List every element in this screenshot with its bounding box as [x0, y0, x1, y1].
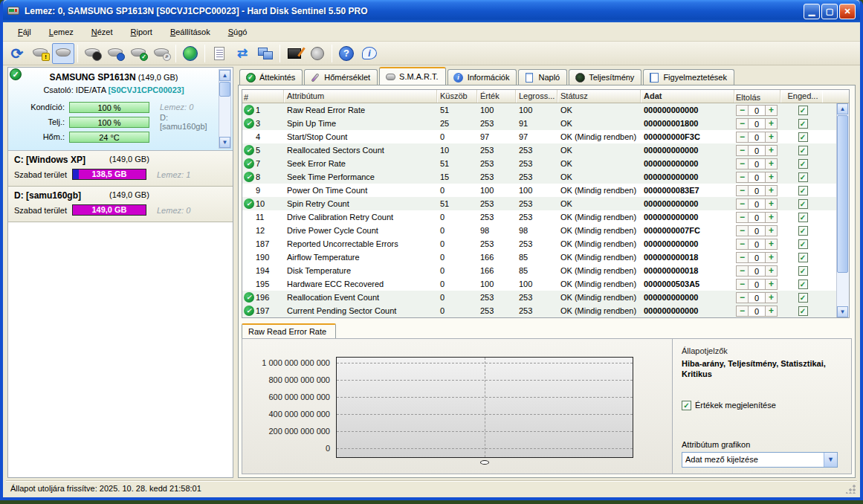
- offset-plus-button[interactable]: +: [765, 279, 778, 290]
- enabled-checkbox[interactable]: [798, 226, 808, 236]
- offset-minus-button[interactable]: −: [736, 306, 749, 317]
- menu-view[interactable]: Nézet: [84, 25, 120, 39]
- tab-smart[interactable]: S.M.A.R.T.: [379, 67, 446, 85]
- offset-plus-button[interactable]: +: [765, 158, 778, 169]
- table-row[interactable]: ✓1 Raw Read Error Rate 51 100 100 OK 000…: [242, 103, 849, 117]
- chart-position-marker[interactable]: [480, 460, 489, 465]
- offset-minus-button[interactable]: −: [736, 158, 749, 169]
- scroll-thumb[interactable]: [219, 82, 230, 97]
- offset-minus-button[interactable]: −: [736, 118, 749, 129]
- tab-alerts[interactable]: Figyelmeztetések: [643, 69, 734, 85]
- table-row[interactable]: ✓8 Seek Time Performance 15 253 253 OK 0…: [242, 170, 849, 184]
- scroll-up-icon[interactable]: ▲: [837, 103, 848, 114]
- scroll-down-icon[interactable]: ▼: [837, 306, 848, 317]
- table-row[interactable]: ✓12 Drive Power Cycle Count 0 98 98 OK (…: [242, 224, 849, 237]
- col-header-id[interactable]: #: [242, 90, 284, 103]
- offset-plus-button[interactable]: +: [765, 292, 778, 303]
- chevron-down-icon[interactable]: ▼: [824, 453, 837, 467]
- enabled-checkbox[interactable]: [798, 266, 808, 276]
- offset-plus-button[interactable]: +: [765, 185, 778, 196]
- col-header-enabled[interactable]: Enged...: [780, 90, 822, 103]
- table-row[interactable]: ✓4 Start/Stop Count 0 97 97 OK (Mindig r…: [242, 130, 849, 143]
- enabled-checkbox[interactable]: [798, 172, 808, 182]
- enabled-checkbox[interactable]: [798, 253, 808, 262]
- col-header-status[interactable]: Státusz: [557, 90, 641, 103]
- scroll-thumb[interactable]: [837, 115, 848, 273]
- partition-card-c[interactable]: C: [Windows XP] (149,0 GB) Szabad terüle…: [8, 151, 233, 187]
- enabled-checkbox[interactable]: [798, 159, 808, 169]
- disk-warning-button[interactable]: !: [29, 43, 51, 64]
- tab-overview[interactable]: ✓Áttekintés: [239, 69, 303, 85]
- col-header-data[interactable]: Adat: [641, 90, 734, 103]
- enabled-checkbox[interactable]: [798, 213, 808, 222]
- col-header-worst[interactable]: Legross...: [516, 90, 557, 103]
- tab-information[interactable]: iInformációk: [447, 69, 517, 85]
- table-row[interactable]: ✓187 Reported Uncorrectable Errors 0 253…: [242, 237, 849, 251]
- offset-plus-button[interactable]: +: [765, 306, 778, 317]
- enabled-checkbox[interactable]: [798, 306, 808, 316]
- offset-minus-button[interactable]: −: [736, 252, 749, 263]
- menu-disk[interactable]: Lemez: [42, 25, 81, 39]
- offset-plus-button[interactable]: +: [765, 198, 778, 210]
- chart-tab[interactable]: Raw Read Error Rate: [242, 323, 336, 338]
- enabled-checkbox[interactable]: [798, 239, 808, 249]
- drive-list-scrollbar[interactable]: ▲ ▼: [219, 69, 231, 149]
- partition-card-d[interactable]: D: [samu160gb] (149,0 GB) Szabad terület…: [8, 187, 233, 222]
- sync-button[interactable]: ⇄: [231, 43, 253, 64]
- offset-minus-button[interactable]: −: [736, 198, 749, 210]
- col-header-attribute[interactable]: Attribútum: [284, 90, 437, 103]
- table-row[interactable]: ✓3 Spin Up Time 25 253 91 OK 00000000180…: [242, 117, 849, 130]
- offset-plus-button[interactable]: +: [765, 225, 778, 236]
- offset-plus-button[interactable]: +: [765, 252, 778, 263]
- menu-help[interactable]: Súgó: [221, 25, 255, 39]
- offset-plus-button[interactable]: +: [765, 132, 778, 143]
- offset-plus-button[interactable]: +: [765, 172, 778, 183]
- info-button[interactable]: i: [358, 43, 381, 64]
- enabled-checkbox[interactable]: [798, 280, 808, 289]
- menu-file[interactable]: Fájl: [10, 25, 39, 39]
- disk-select-button[interactable]: [52, 43, 74, 64]
- menu-settings[interactable]: Beállítások: [163, 25, 218, 39]
- table-row[interactable]: ✓196 Reallocation Event Count 0 253 253 …: [242, 291, 849, 304]
- network-button[interactable]: [254, 43, 277, 64]
- help-button[interactable]: ?: [335, 43, 358, 64]
- resize-grip[interactable]: [846, 484, 856, 494]
- col-header-offset[interactable]: Eltolás: [734, 90, 780, 103]
- table-row[interactable]: ✓10 Spin Retry Count 51 253 253 OK 00000…: [242, 197, 849, 210]
- title-bar[interactable]: Lemez: 0, SAMSUNG SP1613N [S0CVJ1CPC0002…: [3, 0, 860, 22]
- scroll-up-icon[interactable]: ▲: [219, 70, 230, 81]
- table-scrollbar[interactable]: ▲ ▼: [836, 103, 849, 317]
- col-header-threshold[interactable]: Küszöb: [437, 90, 477, 103]
- offset-minus-button[interactable]: −: [736, 105, 749, 116]
- tab-temperature[interactable]: Hőmérséklet: [304, 69, 378, 85]
- table-row[interactable]: ✓11 Drive Calibration Retry Count 0 253 …: [242, 210, 849, 224]
- disk-clock-button[interactable]: [104, 43, 126, 64]
- offset-plus-button[interactable]: +: [765, 105, 778, 116]
- refresh-button[interactable]: ⟳: [6, 43, 28, 64]
- table-row[interactable]: ✓5 Reallocated Sectors Count 10 253 253 …: [242, 143, 849, 157]
- offset-minus-button[interactable]: −: [736, 185, 749, 196]
- offset-minus-button[interactable]: −: [736, 279, 749, 290]
- offset-minus-button[interactable]: −: [736, 145, 749, 156]
- offset-minus-button[interactable]: −: [736, 132, 749, 143]
- offset-plus-button[interactable]: +: [765, 212, 778, 223]
- menu-report[interactable]: Riport: [123, 25, 160, 39]
- show-values-checkbox[interactable]: [682, 401, 691, 410]
- disk-test-button[interactable]: ✓: [127, 43, 149, 64]
- table-row[interactable]: ✓9 Power On Time Count 0 100 100 OK (Min…: [242, 184, 849, 197]
- tab-log[interactable]: Napló: [518, 69, 567, 85]
- disk-search-button[interactable]: ⌕: [150, 43, 172, 64]
- enabled-checkbox[interactable]: [798, 146, 808, 155]
- sound-button[interactable]: [306, 43, 329, 64]
- enabled-checkbox[interactable]: [798, 119, 808, 129]
- offset-plus-button[interactable]: +: [765, 118, 778, 129]
- offset-minus-button[interactable]: −: [736, 265, 749, 277]
- table-row[interactable]: ✓194 Disk Temperature 0 166 85 OK (Mindi…: [242, 264, 849, 277]
- tab-performance[interactable]: Teljesítmény: [569, 69, 641, 85]
- maximize-button[interactable]: ▢: [821, 4, 838, 19]
- drive-card[interactable]: SAMSUNG SP1613N (149,0 GB) Csatoló: IDE/…: [8, 68, 233, 151]
- network-globe-button[interactable]: [179, 43, 201, 64]
- table-row[interactable]: ✓7 Seek Error Rate 51 253 253 OK 0000000…: [242, 157, 849, 170]
- table-row[interactable]: ✓190 Airflow Temperature 0 166 85 OK (Mi…: [242, 251, 849, 264]
- attribute-graph-select[interactable]: Adat mező kijelzése ▼: [682, 452, 838, 468]
